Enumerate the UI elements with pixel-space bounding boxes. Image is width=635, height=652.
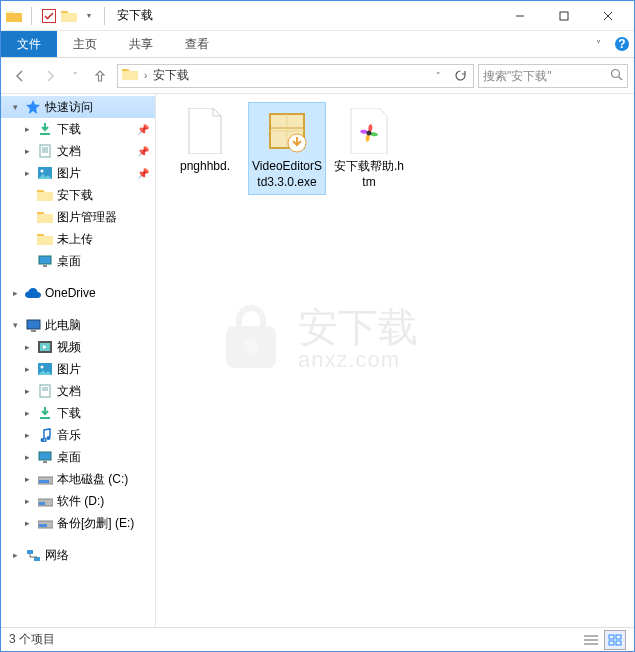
nav-anxz[interactable]: 安下载 bbox=[1, 184, 155, 206]
nav-item-label: 网络 bbox=[45, 547, 69, 564]
watermark-text: 安下载 bbox=[298, 306, 418, 348]
file-item[interactable]: VideoEditorStd3.3.0.exe bbox=[248, 102, 326, 195]
star-icon bbox=[25, 99, 41, 115]
documents-icon bbox=[37, 383, 53, 399]
nav-picmgr[interactable]: 图片管理器 bbox=[1, 206, 155, 228]
expand-icon[interactable]: ▸ bbox=[21, 408, 33, 418]
nav-item-label: 安下载 bbox=[57, 187, 93, 204]
search-box[interactable] bbox=[478, 64, 628, 88]
file-item[interactable]: pnghhbd. bbox=[166, 102, 244, 195]
expand-icon[interactable]: ▸ bbox=[21, 430, 33, 440]
tab-share[interactable]: 共享 bbox=[113, 31, 169, 57]
file-label: VideoEditorStd3.3.0.exe bbox=[251, 159, 323, 190]
ribbon-expand-button[interactable]: ˅ bbox=[586, 31, 610, 57]
nav-pictures[interactable]: ▸ 图片 📌 bbox=[1, 162, 155, 184]
nav-item-label: 桌面 bbox=[57, 449, 81, 466]
expand-icon[interactable]: ▸ bbox=[9, 550, 21, 560]
tab-file[interactable]: 文件 bbox=[1, 31, 57, 57]
svg-rect-31 bbox=[43, 461, 47, 463]
tab-home[interactable]: 主页 bbox=[57, 31, 113, 57]
pictures-icon bbox=[37, 165, 53, 181]
close-button[interactable] bbox=[586, 2, 630, 30]
network-icon bbox=[25, 547, 41, 563]
minimize-button[interactable] bbox=[498, 2, 542, 30]
expand-icon[interactable]: ▸ bbox=[21, 496, 33, 506]
svg-point-44 bbox=[243, 338, 259, 354]
nav-documents2[interactable]: ▸ 文档 bbox=[1, 380, 155, 402]
search-icon[interactable] bbox=[610, 68, 623, 84]
nav-pictures2[interactable]: ▸ 图片 bbox=[1, 358, 155, 380]
drive-icon bbox=[37, 515, 53, 531]
expand-icon[interactable]: ▸ bbox=[21, 364, 33, 374]
nav-downloads2[interactable]: ▸ 下载 bbox=[1, 402, 155, 424]
expand-icon[interactable]: ▸ bbox=[21, 518, 33, 528]
expand-icon[interactable]: ▸ bbox=[21, 146, 33, 156]
expand-icon[interactable]: ▾ bbox=[9, 102, 21, 112]
pictures-icon bbox=[37, 361, 53, 377]
maximize-button[interactable] bbox=[542, 2, 586, 30]
expand-icon[interactable]: ▸ bbox=[21, 342, 33, 352]
quick-access-toolbar: ▾ bbox=[5, 7, 98, 25]
navigation-pane[interactable]: ▾ 快速访问 ▸ 下载 📌 ▸ 文档 📌 ▸ 图片 📌 安下载 bbox=[1, 94, 156, 627]
view-icons-button[interactable] bbox=[604, 630, 626, 650]
svg-rect-24 bbox=[40, 385, 50, 397]
nav-music[interactable]: ▸ 音乐 bbox=[1, 424, 155, 446]
svg-rect-33 bbox=[39, 480, 49, 483]
nav-back-button[interactable] bbox=[7, 63, 33, 89]
expand-icon[interactable]: ▸ bbox=[21, 474, 33, 484]
checkbox-qat-icon[interactable] bbox=[40, 7, 58, 25]
file-item[interactable]: 安下载帮助.htm bbox=[330, 102, 408, 195]
svg-rect-17 bbox=[43, 265, 47, 267]
nav-item-label: 未上传 bbox=[57, 231, 93, 248]
nav-item-label: 快速访问 bbox=[45, 99, 93, 116]
separator bbox=[31, 7, 32, 25]
nav-onedrive[interactable]: ▸ OneDrive bbox=[1, 282, 155, 304]
qat-dropdown-icon[interactable]: ▾ bbox=[80, 7, 98, 25]
svg-point-28 bbox=[47, 436, 51, 440]
svg-rect-50 bbox=[609, 641, 614, 645]
nav-thispc[interactable]: ▾ 此电脑 bbox=[1, 314, 155, 336]
tab-view[interactable]: 查看 bbox=[169, 31, 225, 57]
nav-desktop[interactable]: 桌面 bbox=[1, 250, 155, 272]
view-details-button[interactable] bbox=[580, 630, 602, 650]
help-button[interactable]: ? bbox=[610, 31, 634, 57]
expand-icon[interactable]: ▸ bbox=[21, 452, 33, 462]
nav-documents[interactable]: ▸ 文档 📌 bbox=[1, 140, 155, 162]
refresh-button[interactable] bbox=[449, 65, 471, 87]
svg-rect-48 bbox=[609, 635, 614, 639]
nav-videos[interactable]: ▸ 视频 bbox=[1, 336, 155, 358]
nav-network[interactable]: ▸ 网络 bbox=[1, 544, 155, 566]
svg-rect-38 bbox=[27, 550, 33, 554]
breadcrumb-chevron-icon[interactable]: › bbox=[142, 70, 149, 81]
breadcrumb[interactable]: 安下载 bbox=[149, 67, 193, 84]
nav-notuploaded[interactable]: 未上传 bbox=[1, 228, 155, 250]
nav-recent-button[interactable]: ˅ bbox=[67, 63, 83, 89]
nav-up-button[interactable] bbox=[87, 63, 113, 89]
nav-disk-d[interactable]: ▸ 软件 (D:) bbox=[1, 490, 155, 512]
expand-icon[interactable]: ▸ bbox=[21, 386, 33, 396]
folder2-qat-icon[interactable] bbox=[60, 7, 78, 25]
address-dropdown-button[interactable]: ˅ bbox=[427, 65, 449, 87]
svg-rect-2 bbox=[560, 12, 568, 20]
folder-icon bbox=[37, 187, 53, 203]
address-box[interactable]: › 安下载 ˅ bbox=[117, 64, 474, 88]
svg-rect-30 bbox=[39, 452, 51, 460]
desktop-icon bbox=[37, 449, 53, 465]
expand-icon[interactable]: ▸ bbox=[9, 288, 21, 298]
nav-disk-e[interactable]: ▸ 备份[勿删] (E:) bbox=[1, 512, 155, 534]
expand-icon[interactable]: ▾ bbox=[9, 320, 21, 330]
nav-quick-access[interactable]: ▾ 快速访问 bbox=[1, 96, 155, 118]
nav-downloads[interactable]: ▸ 下载 📌 bbox=[1, 118, 155, 140]
folder-icon bbox=[37, 209, 53, 225]
svg-point-29 bbox=[41, 438, 45, 442]
nav-disk-c[interactable]: ▸ 本地磁盘 (C:) bbox=[1, 468, 155, 490]
expand-icon[interactable]: ▸ bbox=[21, 168, 33, 178]
file-label: 安下载帮助.htm bbox=[333, 159, 405, 190]
search-input[interactable] bbox=[483, 69, 610, 83]
folder-qat-icon[interactable] bbox=[5, 7, 23, 25]
content-pane[interactable]: pnghhbd. VideoEditorStd3.3.0.exe bbox=[156, 94, 634, 627]
svg-rect-49 bbox=[616, 635, 621, 639]
nav-desktop2[interactable]: ▸ 桌面 bbox=[1, 446, 155, 468]
expand-icon[interactable]: ▸ bbox=[21, 124, 33, 134]
nav-forward-button[interactable] bbox=[37, 63, 63, 89]
